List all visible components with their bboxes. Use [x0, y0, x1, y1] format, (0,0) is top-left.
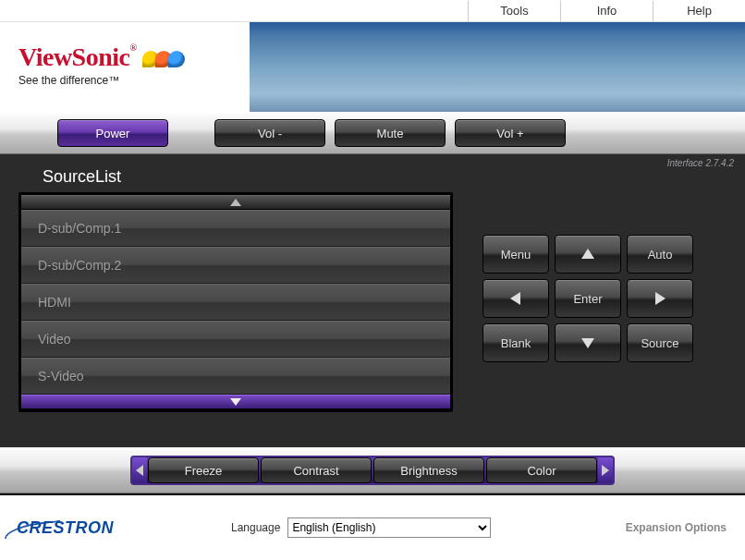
contrast-button[interactable]: Contrast: [261, 457, 372, 483]
main-panel: Interface 2.7.4.2 SourceList D-sub/Comp.…: [0, 154, 745, 447]
arrow-up-icon: [580, 247, 595, 262]
source-item[interactable]: D-sub/Comp.1: [21, 210, 450, 247]
brand-name: ViewSonic®: [18, 43, 136, 71]
logo-area: ViewSonic® See the difference™: [0, 22, 250, 112]
source-item[interactable]: D-sub/Comp.2: [21, 247, 450, 284]
svg-marker-7: [602, 465, 609, 476]
svg-marker-2: [581, 249, 594, 259]
source-list-panel: D-sub/Comp.1 D-sub/Comp.2 HDMI Video S-V…: [18, 192, 453, 412]
projector-control-ui: { "topmenu": { "tools": "Tools", "info":…: [0, 0, 745, 560]
header-banner: ViewSonic® See the difference™: [0, 22, 745, 112]
svg-marker-1: [230, 398, 241, 406]
arrow-right-icon: [653, 291, 667, 306]
source-button[interactable]: Source: [627, 323, 693, 362]
navigation-pad: Menu Auto Enter Blank: [481, 192, 695, 412]
chevron-left-icon: [136, 465, 143, 476]
freeze-button[interactable]: Freeze: [148, 457, 259, 483]
svg-marker-4: [655, 292, 666, 305]
up-button[interactable]: [555, 235, 621, 274]
menu-tools[interactable]: Tools: [468, 1, 560, 21]
footer-bar: CRESTRON Language English (English) Expa…: [0, 493, 745, 560]
source-list-items: D-sub/Comp.1 D-sub/Comp.2 HDMI Video S-V…: [21, 210, 450, 395]
menu-info[interactable]: Info: [560, 1, 653, 21]
svg-marker-5: [581, 338, 594, 348]
svg-marker-6: [136, 465, 143, 476]
svg-marker-3: [510, 292, 520, 305]
vol-down-button[interactable]: Vol -: [214, 119, 325, 147]
mute-button[interactable]: Mute: [335, 119, 446, 147]
enter-button[interactable]: Enter: [555, 279, 621, 318]
chevron-up-icon: [230, 199, 241, 206]
source-item[interactable]: Video: [21, 321, 450, 358]
power-button[interactable]: Power: [57, 119, 168, 147]
source-list-title: SourceList: [43, 167, 736, 187]
chevron-right-icon: [602, 465, 609, 476]
source-item[interactable]: S-Video: [21, 358, 450, 395]
lower-scroll-left[interactable]: [132, 457, 147, 483]
menu-button[interactable]: Menu: [482, 235, 549, 274]
down-button[interactable]: [555, 323, 621, 362]
interface-version: Interface 2.7.4.2: [667, 158, 734, 168]
lower-scroll-right[interactable]: [598, 457, 613, 483]
right-button[interactable]: [627, 279, 693, 318]
banner-gradient: [250, 22, 745, 112]
source-scroll-up[interactable]: [21, 195, 450, 210]
upper-control-bar: Power Vol - Mute Vol +: [0, 112, 745, 154]
color-button[interactable]: Color: [486, 457, 597, 483]
blank-button[interactable]: Blank: [482, 323, 549, 362]
language-label: Language: [231, 521, 280, 534]
arrow-down-icon: [580, 335, 595, 350]
top-menu-bar: Tools Info Help: [0, 0, 745, 22]
brightness-button[interactable]: Brightness: [373, 457, 484, 483]
vol-up-button[interactable]: Vol +: [455, 119, 566, 147]
brand-tagline: See the difference™: [18, 74, 240, 87]
lower-control-bar: Freeze Contrast Brightness Color: [0, 447, 745, 493]
expansion-options-link[interactable]: Expansion Options: [626, 521, 727, 534]
language-select[interactable]: English (English): [287, 517, 491, 538]
crestron-logo: CRESTRON: [17, 518, 114, 538]
svg-marker-0: [230, 199, 241, 206]
source-scroll-down[interactable]: [21, 395, 450, 409]
source-item[interactable]: HDMI: [21, 284, 450, 321]
chevron-down-icon: [230, 398, 241, 406]
auto-button[interactable]: Auto: [627, 235, 693, 274]
birds-icon: [146, 49, 185, 69]
left-button[interactable]: [482, 279, 549, 318]
menu-help[interactable]: Help: [653, 1, 745, 21]
arrow-left-icon: [508, 291, 523, 306]
